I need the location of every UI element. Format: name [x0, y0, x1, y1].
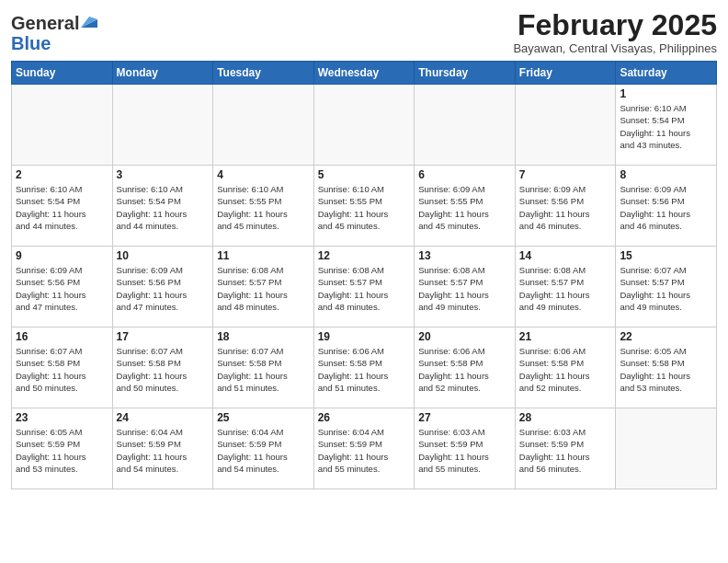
day-info: Sunrise: 6:09 AM Sunset: 5:56 PM Dayligh… [16, 264, 108, 313]
day-cell [515, 85, 616, 166]
day-info: Sunrise: 6:06 AM Sunset: 5:58 PM Dayligh… [519, 345, 612, 394]
day-info: Sunrise: 6:03 AM Sunset: 5:59 PM Dayligh… [519, 426, 612, 475]
day-cell: 15Sunrise: 6:07 AM Sunset: 5:57 PM Dayli… [616, 247, 717, 327]
day-info: Sunrise: 6:09 AM Sunset: 5:56 PM Dayligh… [519, 183, 612, 232]
weekday-header-sunday: Sunday [12, 62, 113, 85]
day-info: Sunrise: 6:04 AM Sunset: 5:59 PM Dayligh… [117, 426, 210, 475]
day-cell [415, 85, 516, 166]
day-cell: 13Sunrise: 6:08 AM Sunset: 5:57 PM Dayli… [415, 247, 516, 327]
logo-general: General [11, 13, 79, 33]
day-number: 17 [117, 330, 210, 343]
weekday-header-tuesday: Tuesday [213, 62, 314, 85]
day-cell: 11Sunrise: 6:08 AM Sunset: 5:57 PM Dayli… [213, 247, 314, 327]
week-row-4: 23Sunrise: 6:05 AM Sunset: 5:59 PM Dayli… [12, 408, 717, 489]
weekday-header-monday: Monday [112, 62, 213, 85]
day-info: Sunrise: 6:07 AM Sunset: 5:58 PM Dayligh… [217, 345, 310, 394]
day-cell: 5Sunrise: 6:10 AM Sunset: 5:55 PM Daylig… [313, 166, 415, 247]
day-info: Sunrise: 6:08 AM Sunset: 5:57 PM Dayligh… [519, 264, 612, 313]
page: General Blue February 2025 Bayawan, Cent… [0, 0, 728, 563]
location: Bayawan, Central Visayas, Philippines [513, 41, 717, 55]
day-cell: 8Sunrise: 6:09 AM Sunset: 5:56 PM Daylig… [616, 166, 717, 247]
day-info: Sunrise: 6:03 AM Sunset: 5:59 PM Dayligh… [418, 426, 511, 475]
day-cell: 24Sunrise: 6:04 AM Sunset: 5:59 PM Dayli… [112, 408, 213, 489]
day-cell: 16Sunrise: 6:07 AM Sunset: 5:58 PM Dayli… [12, 327, 113, 408]
weekday-header-wednesday: Wednesday [313, 62, 415, 85]
day-number: 23 [16, 411, 108, 424]
day-cell [112, 85, 213, 166]
day-number: 22 [620, 330, 712, 343]
day-cell: 6Sunrise: 6:09 AM Sunset: 5:55 PM Daylig… [415, 166, 516, 247]
weekday-header-thursday: Thursday [415, 62, 516, 85]
day-info: Sunrise: 6:10 AM Sunset: 5:54 PM Dayligh… [620, 102, 712, 151]
day-cell: 10Sunrise: 6:09 AM Sunset: 5:56 PM Dayli… [112, 247, 213, 327]
day-info: Sunrise: 6:07 AM Sunset: 5:58 PM Dayligh… [16, 345, 108, 394]
day-number: 9 [16, 249, 108, 262]
week-row-2: 9Sunrise: 6:09 AM Sunset: 5:56 PM Daylig… [12, 247, 717, 327]
day-cell [616, 408, 717, 489]
day-info: Sunrise: 6:04 AM Sunset: 5:59 PM Dayligh… [217, 426, 310, 475]
day-cell: 12Sunrise: 6:08 AM Sunset: 5:57 PM Dayli… [313, 247, 415, 327]
day-number: 25 [217, 411, 310, 424]
day-number: 26 [318, 411, 411, 424]
logo-blue: Blue [11, 33, 51, 53]
day-info: Sunrise: 6:09 AM Sunset: 5:56 PM Dayligh… [117, 264, 210, 313]
day-cell: 14Sunrise: 6:08 AM Sunset: 5:57 PM Dayli… [515, 247, 616, 327]
day-number: 8 [620, 168, 712, 181]
day-cell: 17Sunrise: 6:07 AM Sunset: 5:58 PM Dayli… [112, 327, 213, 408]
day-info: Sunrise: 6:10 AM Sunset: 5:55 PM Dayligh… [217, 183, 310, 232]
title-block: February 2025 Bayawan, Central Visayas, … [513, 9, 717, 55]
day-number: 16 [16, 330, 108, 343]
day-cell: 20Sunrise: 6:06 AM Sunset: 5:58 PM Dayli… [415, 327, 516, 408]
day-number: 5 [318, 168, 411, 181]
day-cell: 3Sunrise: 6:10 AM Sunset: 5:54 PM Daylig… [112, 166, 213, 247]
day-info: Sunrise: 6:09 AM Sunset: 5:55 PM Dayligh… [418, 183, 511, 232]
week-row-3: 16Sunrise: 6:07 AM Sunset: 5:58 PM Dayli… [12, 327, 717, 408]
day-number: 1 [620, 87, 712, 100]
day-cell: 18Sunrise: 6:07 AM Sunset: 5:58 PM Dayli… [213, 327, 314, 408]
day-info: Sunrise: 6:10 AM Sunset: 5:54 PM Dayligh… [16, 183, 108, 232]
day-cell: 26Sunrise: 6:04 AM Sunset: 5:59 PM Dayli… [313, 408, 415, 489]
header: General Blue February 2025 Bayawan, Cent… [11, 9, 717, 55]
calendar: SundayMondayTuesdayWednesdayThursdayFrid… [11, 61, 717, 489]
logo-icon [81, 11, 97, 28]
day-info: Sunrise: 6:04 AM Sunset: 5:59 PM Dayligh… [318, 426, 411, 475]
day-info: Sunrise: 6:09 AM Sunset: 5:56 PM Dayligh… [620, 183, 712, 232]
day-number: 24 [117, 411, 210, 424]
day-info: Sunrise: 6:07 AM Sunset: 5:58 PM Dayligh… [117, 345, 210, 394]
day-cell: 9Sunrise: 6:09 AM Sunset: 5:56 PM Daylig… [12, 247, 113, 327]
day-number: 2 [16, 168, 108, 181]
day-cell: 2Sunrise: 6:10 AM Sunset: 5:54 PM Daylig… [12, 166, 113, 247]
day-cell: 22Sunrise: 6:05 AM Sunset: 5:58 PM Dayli… [616, 327, 717, 408]
day-number: 27 [418, 411, 511, 424]
day-number: 12 [318, 249, 411, 262]
day-cell: 28Sunrise: 6:03 AM Sunset: 5:59 PM Dayli… [515, 408, 616, 489]
day-number: 13 [418, 249, 511, 262]
day-number: 7 [519, 168, 612, 181]
day-number: 19 [318, 330, 411, 343]
day-number: 20 [418, 330, 511, 343]
day-info: Sunrise: 6:06 AM Sunset: 5:58 PM Dayligh… [418, 345, 511, 394]
day-number: 21 [519, 330, 612, 343]
day-info: Sunrise: 6:06 AM Sunset: 5:58 PM Dayligh… [318, 345, 411, 394]
day-cell: 23Sunrise: 6:05 AM Sunset: 5:59 PM Dayli… [12, 408, 113, 489]
day-cell: 25Sunrise: 6:04 AM Sunset: 5:59 PM Dayli… [213, 408, 314, 489]
day-number: 14 [519, 249, 612, 262]
day-number: 6 [418, 168, 511, 181]
day-info: Sunrise: 6:05 AM Sunset: 5:59 PM Dayligh… [16, 426, 108, 475]
day-number: 18 [217, 330, 310, 343]
day-info: Sunrise: 6:10 AM Sunset: 5:54 PM Dayligh… [117, 183, 210, 232]
weekday-header-row: SundayMondayTuesdayWednesdayThursdayFrid… [12, 62, 717, 85]
week-row-0: 1Sunrise: 6:10 AM Sunset: 5:54 PM Daylig… [12, 85, 717, 166]
day-cell [313, 85, 415, 166]
day-info: Sunrise: 6:05 AM Sunset: 5:58 PM Dayligh… [620, 345, 712, 394]
day-cell: 1Sunrise: 6:10 AM Sunset: 5:54 PM Daylig… [616, 85, 717, 166]
day-number: 11 [217, 249, 310, 262]
logo: General Blue [11, 13, 97, 53]
day-number: 3 [117, 168, 210, 181]
day-cell [213, 85, 314, 166]
day-info: Sunrise: 6:08 AM Sunset: 5:57 PM Dayligh… [418, 264, 511, 313]
month-title: February 2025 [513, 9, 717, 41]
day-number: 15 [620, 249, 712, 262]
day-info: Sunrise: 6:08 AM Sunset: 5:57 PM Dayligh… [318, 264, 411, 313]
day-cell [12, 85, 113, 166]
